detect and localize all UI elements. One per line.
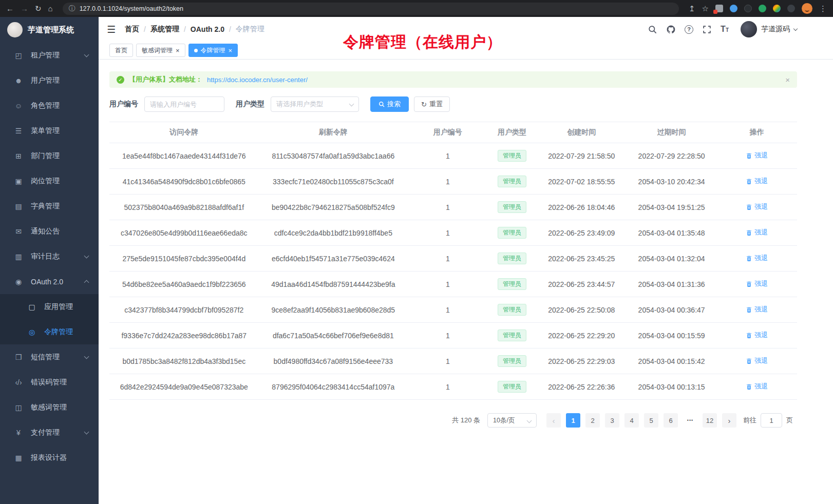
extension-icon-2[interactable] (730, 5, 737, 12)
sidebar-item-role[interactable]: ☺角色管理 (0, 93, 99, 118)
search-button[interactable]: 搜索 (370, 96, 409, 112)
forward-icon[interactable]: → (21, 5, 28, 12)
table-row: b0d1785bc3a8482f812db4a3f3bd15ecb0df4980… (109, 348, 797, 374)
column-header: 访问令牌 (109, 122, 259, 143)
force-logout-link[interactable]: 强退 (746, 382, 768, 391)
browser-profile-avatar[interactable] (802, 3, 812, 14)
fullscreen-icon[interactable] (702, 25, 712, 34)
oauth-icon: ◉ (13, 278, 24, 286)
extension-icon-4[interactable] (759, 5, 766, 12)
user-avatar (741, 21, 757, 37)
extension-icon-1[interactable] (715, 5, 723, 12)
force-logout-link[interactable]: 强退 (746, 305, 768, 314)
search-button-icon (378, 101, 385, 107)
page-size-select[interactable]: 10条/页 (487, 413, 537, 428)
page-button-2[interactable]: 2 (585, 413, 600, 428)
force-logout-link[interactable]: 强退 (746, 151, 768, 160)
page-button-4[interactable]: 4 (624, 413, 639, 428)
app-logo[interactable]: 芋道管理系统 (0, 17, 99, 43)
user-id-input[interactable] (144, 96, 224, 112)
sidebar-item-user[interactable]: ☻用户管理 (0, 68, 99, 93)
sidebar-item-token[interactable]: ◎令牌管理 (0, 319, 99, 344)
page-button-1[interactable]: 1 (566, 413, 580, 428)
force-logout-link[interactable]: 强退 (746, 331, 768, 340)
sensitive-word-icon: ◫ (13, 403, 24, 412)
breadcrumb-item[interactable]: OAuth 2.0 (191, 25, 224, 33)
alert-close-icon[interactable]: × (785, 76, 790, 84)
force-logout-link[interactable]: 强退 (746, 279, 768, 288)
next-page-button[interactable]: › (722, 413, 736, 428)
page-button-3[interactable]: 3 (605, 413, 619, 428)
breadcrumb-item[interactable]: 系统管理 (150, 25, 179, 34)
font-size-icon[interactable]: TT (721, 25, 729, 33)
browser-toolbar: ← → ↻ ⌂ ⓘ 127.0.0.1:1024/system/oauth2/t… (0, 0, 833, 17)
department-icon: ⊞ (13, 152, 24, 160)
share-icon[interactable]: ↥ (689, 5, 695, 12)
browser-menu-icon[interactable]: ⋮ (819, 5, 827, 12)
sidebar-item-menu[interactable]: ☰菜单管理 (0, 118, 99, 143)
table-row: 1ea5e44f8bc1467aaede43144f31de76811c5304… (109, 143, 797, 169)
page-button-5[interactable]: 5 (644, 413, 658, 428)
page-button-6[interactable]: 6 (664, 413, 678, 428)
extension-icon-6[interactable] (787, 5, 795, 12)
tab-sensitive-word[interactable]: 敏感词管理× (136, 44, 185, 57)
sidebar-item-report[interactable]: ▦报表设计器 (0, 445, 99, 470)
page-button-12[interactable]: 12 (703, 413, 717, 428)
user-type-badge: 管理员 (498, 150, 526, 162)
sidebar-item-notice[interactable]: ✉通知公告 (0, 219, 99, 244)
sidebar-item-sensitiveword[interactable]: ◫敏感词管理 (0, 395, 99, 420)
breadcrumb-item[interactable]: 首页 (125, 25, 139, 34)
doc-link[interactable]: https://doc.iocoder.cn/user-center/ (207, 76, 308, 84)
user-type-label: 用户类型 (236, 100, 264, 109)
extension-icon-3[interactable] (744, 5, 752, 12)
reload-icon[interactable]: ↻ (35, 5, 42, 12)
tab-close-icon[interactable]: × (176, 47, 180, 54)
force-logout-link[interactable]: 强退 (746, 177, 768, 186)
site-info-icon[interactable]: ⓘ (69, 4, 75, 13)
user-menu[interactable]: 芋道源码 (741, 21, 797, 37)
address-bar[interactable]: ⓘ 127.0.0.1:1024/system/oauth2/token (63, 3, 679, 15)
help-icon[interactable]: ? (685, 25, 693, 34)
sidebar-item-audit[interactable]: ▥审计日志 (0, 244, 99, 269)
search-icon[interactable] (648, 25, 657, 34)
force-logout-link[interactable]: 强退 (746, 254, 768, 263)
cell-refresh-token: 8796295f04064c2983414cc54af1097a (259, 374, 408, 400)
sidebar-item-sms[interactable]: ❒短信管理 (0, 344, 99, 370)
force-logout-link[interactable]: 强退 (746, 202, 768, 211)
sidebar-item-tenant[interactable]: ◰租户管理 (0, 43, 99, 68)
reset-button-label: 重置 (429, 100, 443, 109)
menu-icon: ☰ (13, 127, 24, 135)
cell-actions: 强退 (716, 297, 797, 323)
extension-icon-5[interactable] (773, 5, 781, 12)
tab-close-icon[interactable]: × (229, 47, 233, 54)
hamburger-icon[interactable]: ☰ (107, 24, 116, 35)
cell-create-time: 2022-06-25 22:50:08 (537, 297, 627, 323)
reset-button[interactable]: ↻ 重置 (414, 96, 450, 112)
cell-access-token: c342377bf8b344799dcbf7bf095287f2 (109, 297, 259, 323)
github-icon[interactable] (666, 25, 676, 34)
table-header-row: 访问令牌刷新令牌用户编号用户类型创建时间过期时间操作 (109, 122, 797, 143)
pagination: 共 120 条 10条/页 ‹ 123456•••12 › 前往 页 (109, 413, 797, 428)
sidebar-item-label: 错误码管理 (31, 378, 88, 387)
sidebar-item-pay[interactable]: ¥支付管理 (0, 420, 99, 445)
sidebar-item-post[interactable]: ▣岗位管理 (0, 168, 99, 193)
sidebar-item-dict[interactable]: ▤字典管理 (0, 193, 99, 219)
cell-refresh-token: 9ce8ef2aa9f14056b831ae9b608e28d5 (259, 297, 408, 323)
bookmark-star-icon[interactable]: ☆ (702, 5, 709, 12)
user-type-select[interactable]: 请选择用户类型 (271, 96, 359, 112)
sidebar-item-dept[interactable]: ⊞部门管理 (0, 143, 99, 168)
report-designer-icon: ▦ (13, 454, 24, 462)
tab-home[interactable]: 首页 (109, 44, 133, 57)
sidebar-item-oauth[interactable]: ◉OAuth 2.0 (0, 269, 99, 294)
sidebar-item-app[interactable]: ▢应用管理 (0, 294, 99, 319)
cell-refresh-token: b0df4980ffd34c67a08f9156e4eee733 (259, 348, 408, 374)
sidebar-item-errorcode[interactable]: ‹/›错误码管理 (0, 370, 99, 395)
tab-token[interactable]: 令牌管理× (188, 44, 238, 57)
force-logout-link[interactable]: 强退 (746, 228, 768, 237)
goto-page-input[interactable] (761, 413, 782, 428)
prev-page-button[interactable]: ‹ (546, 413, 561, 428)
home-icon[interactable]: ⌂ (48, 5, 53, 12)
back-icon[interactable]: ← (6, 5, 14, 12)
force-logout-link[interactable]: 强退 (746, 356, 768, 365)
pagination-ellipsis[interactable]: ••• (683, 413, 697, 428)
